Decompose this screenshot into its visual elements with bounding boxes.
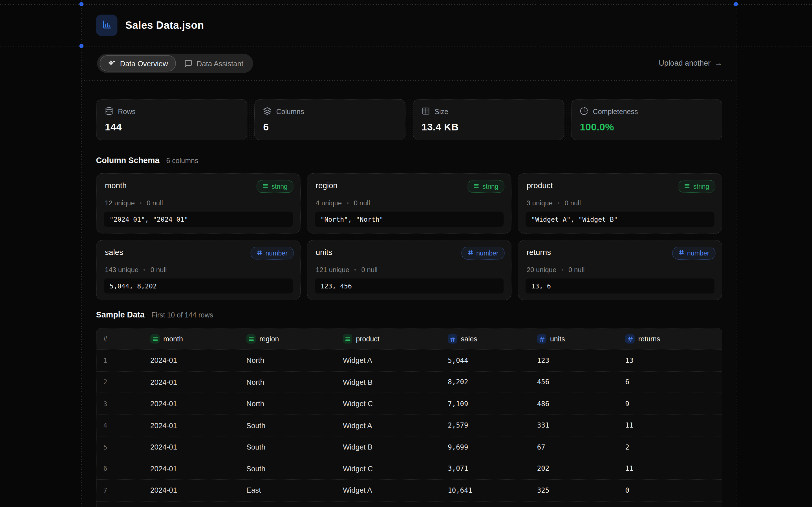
column-meta: 4 unique0 null bbox=[316, 199, 370, 207]
schema-card-region: regionstring4 unique0 null"North", "Nort… bbox=[307, 173, 511, 234]
type-badge-label: number bbox=[265, 249, 287, 257]
hash-icon bbox=[678, 249, 684, 257]
tab-bar: Data Overview Data Assistant bbox=[97, 54, 253, 73]
cell-units: 325 bbox=[537, 487, 625, 494]
header-cell-month: month bbox=[150, 334, 246, 343]
cell-sales: 8,202 bbox=[448, 378, 537, 386]
align-lines-icon bbox=[474, 183, 479, 190]
align-lines-icon bbox=[343, 334, 352, 343]
unique-count: 121 unique bbox=[316, 266, 349, 274]
cell-returns: 9 bbox=[625, 400, 721, 407]
cell-region: North bbox=[246, 399, 343, 408]
schema-section-title: Column Schema bbox=[96, 156, 160, 165]
table-row: 72024-01EastWidget A10,6413250 bbox=[96, 479, 721, 501]
null-count: 0 null bbox=[565, 199, 581, 207]
guide-marker-dot bbox=[79, 2, 84, 6]
type-badge-string: string bbox=[257, 180, 294, 193]
column-meta: 143 unique0 null bbox=[105, 266, 167, 274]
meta-separator-dot bbox=[347, 202, 349, 204]
meta-separator-dot bbox=[144, 269, 146, 271]
stat-card-columns: Columns6 bbox=[254, 99, 406, 140]
type-badge-number: number bbox=[461, 247, 505, 260]
cell-returns: 13 bbox=[625, 356, 721, 364]
cell-sales: 10,641 bbox=[448, 487, 537, 494]
header-index: # bbox=[103, 335, 150, 343]
guide-line-left bbox=[82, 0, 82, 507]
cell-month: 2024-01 bbox=[150, 356, 246, 365]
cell-sales: 2,579 bbox=[448, 421, 537, 429]
cell-month: 2024-01 bbox=[150, 443, 246, 451]
column-meta: 3 unique0 null bbox=[527, 199, 581, 207]
type-badge-number: number bbox=[250, 247, 294, 260]
hash-icon bbox=[625, 334, 635, 343]
stat-card-rows: Rows144 bbox=[96, 99, 248, 140]
meta-separator-dot bbox=[354, 269, 356, 271]
cell-units: 123 bbox=[537, 356, 625, 364]
header-label: units bbox=[550, 335, 565, 343]
upload-another-label: Upload another bbox=[659, 59, 711, 67]
hash-icon bbox=[467, 249, 473, 257]
unique-count: 4 unique bbox=[316, 199, 342, 207]
tabs-section-divider bbox=[82, 80, 736, 81]
header-label: product bbox=[356, 335, 379, 343]
cell-sales: 7,109 bbox=[448, 400, 537, 407]
align-lines-icon bbox=[684, 183, 690, 190]
cell-returns: 2 bbox=[625, 443, 721, 451]
file-type-icon-box bbox=[96, 15, 117, 36]
cell-product: Widget B bbox=[343, 443, 448, 451]
table-row: 82024-01EastWidget B7,3942183 bbox=[96, 501, 721, 507]
guide-marker-dot bbox=[734, 2, 738, 6]
cell-month: 2024-01 bbox=[150, 486, 246, 495]
cell-sales: 5,044 bbox=[448, 356, 537, 364]
null-count: 0 null bbox=[151, 266, 167, 274]
header-cell-product: product bbox=[343, 334, 448, 343]
row-number: 3 bbox=[103, 400, 150, 407]
type-badge-label: number bbox=[476, 249, 498, 257]
unique-count: 20 unique bbox=[527, 266, 557, 274]
type-badge-label: number bbox=[687, 249, 709, 257]
column-name: product bbox=[527, 181, 553, 189]
cell-product: Widget C bbox=[343, 399, 448, 408]
stat-label: Columns bbox=[276, 108, 304, 116]
sample-values: "North", "North" bbox=[315, 212, 504, 227]
sample-data-table: #monthregionproductsalesunitsreturns1202… bbox=[96, 328, 722, 507]
stat-card-size: Size13.4 KB bbox=[413, 99, 564, 140]
schema-card-returns: returnsnumber20 unique0 null13, 6 bbox=[518, 240, 722, 300]
sparkles-icon bbox=[107, 59, 116, 68]
sample-section-header: Sample Data First 10 of 144 rows bbox=[96, 310, 213, 320]
null-count: 0 null bbox=[354, 199, 370, 207]
cell-region: North bbox=[246, 378, 343, 386]
tab-data-assistant[interactable]: Data Assistant bbox=[177, 56, 251, 71]
cell-returns: 11 bbox=[625, 421, 721, 429]
arrow-right-icon: → bbox=[715, 59, 722, 67]
type-badge-label: string bbox=[271, 183, 288, 190]
meta-separator-dot bbox=[140, 202, 142, 204]
table-row: 12024-01NorthWidget A5,04412313 bbox=[96, 349, 721, 371]
table-row: 52024-01SouthWidget B9,699672 bbox=[96, 436, 721, 457]
hash-icon bbox=[537, 334, 546, 343]
cell-product: Widget A bbox=[343, 356, 448, 365]
stat-label: Completeness bbox=[593, 108, 638, 116]
header-label: region bbox=[259, 335, 279, 343]
sample-section-title: Sample Data bbox=[96, 310, 145, 320]
schema-card-month: monthstring12 unique0 null"2024-01", "20… bbox=[96, 173, 301, 234]
schema-section-subtitle: 6 columns bbox=[166, 157, 198, 165]
tab-label: Data Assistant bbox=[197, 59, 243, 68]
header-cell-returns: returns bbox=[625, 334, 721, 343]
sample-values: 123, 456 bbox=[315, 278, 504, 293]
cell-region: South bbox=[246, 464, 343, 473]
type-badge-string: string bbox=[678, 180, 715, 193]
row-number: 5 bbox=[103, 443, 150, 451]
cell-product: Widget B bbox=[343, 378, 448, 386]
upload-another-link[interactable]: Upload another → bbox=[659, 59, 722, 67]
null-count: 0 null bbox=[361, 266, 378, 274]
schema-card-product: productstring3 unique0 null"Widget A", "… bbox=[518, 173, 722, 234]
stat-card-completeness: Completeness100.0% bbox=[571, 99, 722, 140]
tab-data-overview[interactable]: Data Overview bbox=[100, 55, 176, 71]
unique-count: 143 unique bbox=[105, 266, 139, 274]
cell-region: South bbox=[246, 421, 343, 430]
align-lines-icon bbox=[150, 334, 160, 343]
hash-icon bbox=[448, 334, 457, 343]
chat-bubble-icon bbox=[184, 59, 193, 68]
schema-card-sales: salesnumber143 unique0 null5,044, 8,202 bbox=[96, 240, 301, 300]
